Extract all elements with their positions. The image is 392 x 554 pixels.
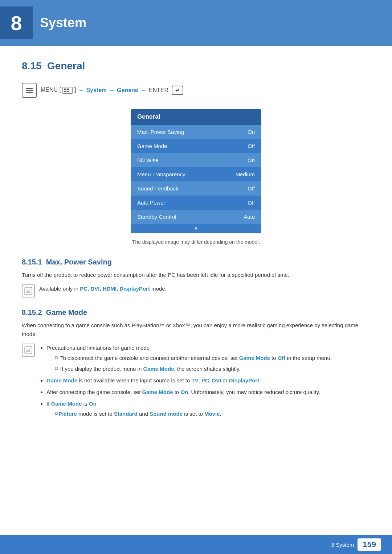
note-text-8-15-1: Available only in PC, DVI, HDMI, Display… xyxy=(39,284,167,293)
sub-bullets-precautions: To disconnect the game console and conne… xyxy=(55,354,370,373)
page-footer: 8 System 159 xyxy=(0,535,392,554)
menu-label-game-mode: Game Mode xyxy=(137,143,167,149)
nav-general: General xyxy=(117,87,139,94)
subsection-title-8-15-1: 8.15.1 Max. Power Saving xyxy=(22,258,370,266)
sub-bullet-display-menu: If you display the product menu in Game … xyxy=(55,365,370,373)
svg-rect-1 xyxy=(26,90,33,91)
menu-label-standby-control: Standby Control xyxy=(137,214,176,220)
subsection-body-8-15-1: Turns off the product to reduce power co… xyxy=(22,271,370,279)
nav-arrow-1: → xyxy=(78,87,84,94)
note-row-8-15-2: Precautions and limitations for game mod… xyxy=(22,344,370,422)
menu-item-max-power[interactable]: Max. Power Saving On xyxy=(131,125,261,139)
nav-arrow-2: → xyxy=(109,87,115,94)
menu-item-auto-power[interactable]: Auto Power Off xyxy=(131,196,261,210)
main-content: 8.15 General MENU [ ] → System → G xyxy=(0,46,392,455)
nav-system: System xyxy=(86,87,107,94)
menu-label-menu-transparency: Menu Transparency xyxy=(137,171,185,177)
svg-rect-6 xyxy=(64,91,66,92)
game-mode-bullets: Precautions and limitations for game mod… xyxy=(46,344,370,418)
nav-arrow-3: → xyxy=(141,87,147,94)
menu-label-bd-wise: BD Wise xyxy=(137,157,158,163)
nav-menu-label: MENU [ ] xyxy=(41,87,76,94)
sub-bullet-disconnect: To disconnect the game console and conne… xyxy=(55,354,370,362)
disclaimer-text: The displayed image may differ depending… xyxy=(22,239,370,245)
svg-rect-0 xyxy=(26,88,33,89)
menu-label-sound-feedback: Sound Feedback xyxy=(137,185,178,192)
menu-item-game-mode[interactable]: Game Mode Off xyxy=(131,139,261,153)
page-header: 8 System xyxy=(0,0,392,46)
general-menu: General Max. Power Saving On Game Mode O… xyxy=(131,109,261,233)
menu-value-standby-control: Auto xyxy=(244,214,255,220)
menu-value-max-power: On xyxy=(248,129,255,135)
bullet-if-game-mode-on: If Game Mode is On - Picture mode is set… xyxy=(46,399,370,418)
nav-enter-label: ENTER ↵ xyxy=(149,86,183,95)
menu-container: General Max. Power Saving On Game Mode O… xyxy=(22,109,370,233)
footer-section-label: 8 System xyxy=(331,542,354,548)
bullet-list-container: Precautions and limitations for game mod… xyxy=(39,344,370,422)
nav-path: MENU [ ] → System → General → ENTER ↵ xyxy=(22,83,370,98)
menu-item-bd-wise[interactable]: BD Wise On xyxy=(131,153,261,167)
svg-rect-8 xyxy=(25,287,32,295)
section-label: General xyxy=(47,60,85,71)
menu-label-auto-power: Auto Power xyxy=(137,200,166,206)
menu-value-menu-transparency: Medium xyxy=(236,171,255,177)
svg-rect-5 xyxy=(67,89,69,90)
note-row-8-15-1: Available only in PC, DVI, HDMI, Display… xyxy=(22,284,370,297)
menu-scroll-arrow: ▼ xyxy=(131,224,261,233)
sub-bullets-game-on: - Picture mode is set to Standard and So… xyxy=(55,410,370,418)
menu-icon xyxy=(22,83,37,98)
sub-bullet-picture-sound: - Picture mode is set to Standard and So… xyxy=(55,410,370,418)
enter-icon: ↵ xyxy=(172,86,183,95)
note-icon-8-15-1 xyxy=(22,284,35,297)
subsection-title-8-15-2: 8.15.2 Game Mode xyxy=(22,308,370,317)
chapter-title: System xyxy=(40,15,86,30)
menu-item-menu-transparency[interactable]: Menu Transparency Medium xyxy=(131,167,261,181)
menu-item-sound-feedback[interactable]: Sound Feedback Off xyxy=(131,181,261,196)
menu-value-sound-feedback: Off xyxy=(248,185,255,192)
chapter-number-box: 8 xyxy=(0,7,33,39)
subsection-8-15-1: 8.15.1 Max. Power Saving Turns off the p… xyxy=(22,258,370,297)
svg-rect-2 xyxy=(26,92,33,93)
menu-value-bd-wise: On xyxy=(248,157,255,163)
menu-value-auto-power: Off xyxy=(248,200,255,206)
menu-label-max-power: Max. Power Saving xyxy=(137,129,184,135)
bullet-after-connecting: After connecting the game console, set G… xyxy=(46,388,370,397)
note-icon-8-15-2 xyxy=(22,344,35,357)
bullet-precautions: Precautions and limitations for game mod… xyxy=(46,344,370,373)
section-id: 8.15 xyxy=(22,60,42,71)
bullet-not-available: Game Mode is not available when the inpu… xyxy=(46,376,370,385)
svg-rect-7 xyxy=(67,91,69,92)
chapter-number: 8 xyxy=(11,11,22,35)
menu-value-game-mode: Off xyxy=(248,143,255,149)
section-heading: 8.15 General xyxy=(22,60,370,72)
menu-title: General xyxy=(131,109,261,125)
svg-rect-10 xyxy=(25,346,32,354)
svg-rect-4 xyxy=(64,89,66,90)
footer-page-number: 159 xyxy=(358,538,381,551)
subsection-8-15-2: 8.15.2 Game Mode When connecting to a ga… xyxy=(22,308,370,422)
menu-item-standby-control[interactable]: Standby Control Auto xyxy=(131,210,261,224)
subsection-body-8-15-2: When connecting to a game console such a… xyxy=(22,321,370,338)
